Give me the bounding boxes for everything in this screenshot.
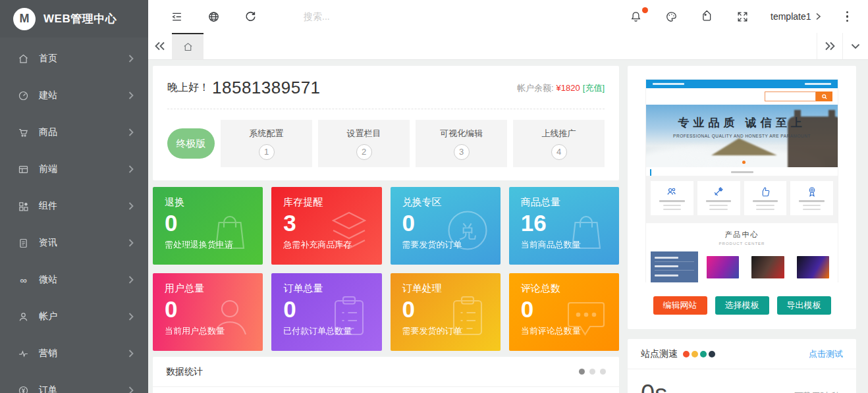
shopping-bag-icon: [562, 207, 610, 257]
chevron-right-icon: [128, 313, 134, 321]
yen-icon: [18, 385, 29, 393]
product-thumbnail: [703, 251, 743, 282]
edition-badge: 终极版: [167, 128, 215, 159]
search-box: [304, 11, 475, 22]
chevron-right-icon: [128, 239, 134, 247]
document-icon: [18, 238, 29, 249]
chevron-right-icon: [128, 202, 134, 210]
preview-category-menu: [651, 251, 698, 282]
sidebar-item-label: 营销: [39, 348, 57, 359]
balance-amount: ¥1820: [556, 83, 580, 93]
product-thumbnail: [747, 251, 788, 282]
template-selector[interactable]: template1: [771, 11, 821, 22]
chevron-right-icon: [128, 128, 134, 136]
home-icon: [18, 53, 29, 65]
stat-card-total-comments[interactable]: 评论总数 0 当前评论总数量: [509, 273, 619, 351]
sidebar-item-products[interactable]: 商品: [0, 114, 148, 151]
step-number: 1: [259, 144, 275, 160]
stat-card-order-processing[interactable]: 订单处理 0 需要发货的订单: [391, 273, 501, 351]
tag-icon[interactable]: [699, 9, 714, 24]
sidebar-item-home[interactable]: 首页: [0, 40, 148, 77]
sidebar-item-marketing[interactable]: 营销: [0, 335, 148, 372]
preview-product-row: [646, 246, 838, 282]
download-time-value: 0s: [641, 380, 667, 393]
sidebar-item-label: 前端: [39, 163, 57, 175]
stat-card-total-orders[interactable]: 订单总量 0 已付款订单总数量: [271, 273, 381, 351]
palette-icon[interactable]: [664, 9, 678, 24]
chevron-right-icon: [128, 92, 134, 99]
recharge-link[interactable]: [充值]: [583, 82, 605, 94]
preview-nav-bar: [646, 88, 838, 105]
welcome-card: 晚上好！ 18581389571 帐户余额: ¥1820 [充值] 终极版 系统…: [153, 66, 619, 180]
cart-icon: [18, 127, 29, 138]
layout-icon: [18, 164, 29, 175]
preview-feature-header: [646, 167, 838, 176]
tab-bar: [148, 33, 868, 60]
hero-carousel-dot: [742, 161, 746, 164]
stat-card-exchange-zone[interactable]: 兑换专区 0 需要发货的订单 兑: [391, 187, 501, 265]
kebab-menu-icon[interactable]: [842, 10, 853, 24]
speed-dot: [683, 351, 690, 357]
sidebar-item-components[interactable]: 组件: [0, 188, 148, 224]
logo-mark: M: [13, 8, 36, 30]
user-icon: [206, 293, 254, 343]
choose-template-button[interactable]: 选择模板: [715, 296, 769, 315]
carousel-dot[interactable]: [589, 369, 595, 375]
download-time-label: 下载用时(秒): [794, 390, 843, 393]
step-visual-edit[interactable]: 可视化编辑 3: [416, 120, 507, 167]
preview-phone-text-bar: [805, 83, 831, 85]
step-number: 2: [356, 144, 372, 160]
fullscreen-icon[interactable]: [735, 9, 749, 24]
comment-icon: [562, 293, 610, 343]
stat-card-stock-alert[interactable]: 库存提醒 3 急需补充商品库存: [271, 187, 381, 265]
tabs-scroll-right-button[interactable]: [817, 33, 842, 59]
tab-home[interactable]: [172, 33, 203, 59]
sidebar-item-orders[interactable]: 订单: [0, 372, 148, 393]
sidebar-item-label: 首页: [39, 53, 57, 65]
home-icon: [182, 41, 194, 53]
sidebar-item-label: 订单: [39, 384, 57, 393]
mountain-graphic: [711, 138, 777, 155]
sidebar-item-label: 资讯: [39, 237, 57, 249]
step-go-live[interactable]: 上线推广 4: [513, 120, 605, 167]
sidebar-item-account[interactable]: 帐户: [0, 298, 148, 335]
stat-card-total-products[interactable]: 商品总量 16 当前商品总数量: [509, 187, 619, 265]
sidebar-item-label: 帐户: [39, 311, 57, 323]
edit-website-button[interactable]: 编辑网站: [653, 296, 707, 315]
carousel-dot[interactable]: [600, 369, 606, 375]
sidebar-item-frontend[interactable]: 前端: [0, 151, 148, 188]
chevron-right-icon: [128, 276, 134, 284]
sidebar-item-site-builder[interactable]: 建站: [0, 77, 148, 114]
preview-search-input: [765, 92, 816, 101]
sidebar-item-news[interactable]: 资讯: [0, 224, 148, 261]
stat-card-returns[interactable]: 退换 0 需处理退换货申请: [153, 187, 263, 265]
layers-icon: [325, 207, 373, 257]
refresh-icon[interactable]: [243, 9, 258, 24]
main-content: 晚上好！ 18581389571 帐户余额: ¥1820 [充值] 终极版 系统…: [148, 60, 868, 393]
greeting-text: 晚上好！: [167, 81, 209, 95]
tabs-scroll-left-button[interactable]: [148, 33, 172, 59]
chart-title: 订单成交量: [153, 387, 619, 393]
step-system-config[interactable]: 系统配置 1: [221, 120, 312, 167]
website-preview: 专业品质 诚信至上 PROFESSIONAL QUALITY AND HONES…: [645, 79, 838, 282]
step-number: 4: [551, 144, 567, 160]
hero-title: 专业品质 诚信至上: [646, 115, 838, 130]
chevron-right-icon: [128, 165, 134, 173]
run-speed-test-link[interactable]: 点击测试: [809, 348, 843, 360]
step-setup-columns[interactable]: 设置栏目 2: [318, 120, 410, 167]
product-thumbnail: [793, 251, 833, 282]
feature-box: [651, 181, 693, 215]
notification-dot: [642, 7, 648, 13]
search-input[interactable]: [304, 11, 475, 22]
export-template-button[interactable]: 导出模板: [777, 296, 831, 315]
sidebar-item-microsite[interactable]: ∞ 微站: [0, 261, 148, 298]
stat-card-total-users[interactable]: 用户总量 0 当前用户总数量: [153, 273, 263, 351]
globe-icon[interactable]: [206, 9, 221, 24]
collapse-sidebar-icon[interactable]: [169, 9, 184, 24]
pulse-icon: [18, 348, 29, 359]
carousel-dot[interactable]: [579, 369, 585, 375]
bell-icon[interactable]: [628, 9, 643, 24]
tabs-dropdown-button[interactable]: [842, 33, 868, 59]
infinity-icon: ∞: [18, 275, 29, 286]
feature-box: [697, 181, 740, 215]
